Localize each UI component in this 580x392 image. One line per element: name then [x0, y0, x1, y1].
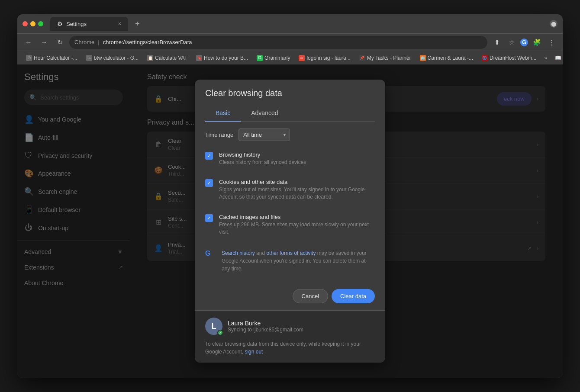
google-g-icon: G [205, 250, 216, 260]
account-info: Laura Burke Syncing to ljburke85@gmail.c… [228, 320, 375, 333]
address-scheme: Chrome [74, 39, 94, 45]
bookmark-favicon: ⏱ [26, 55, 32, 61]
cancel-button[interactable]: Cancel [293, 289, 328, 303]
google-and-text: and [256, 250, 266, 256]
time-range-row: Time range All time Last hour Last 24 ho… [205, 129, 375, 141]
account-note-part2: . [264, 349, 266, 355]
bookmark-label: Hour Calculator -... [34, 55, 77, 61]
address-bar[interactable]: Chrome | chrome://settings/clearBrowserD… [69, 36, 487, 49]
account-note: To clear browsing data from this device … [205, 340, 375, 356]
bookmark-favicon: 🔖 [196, 55, 202, 61]
bookmark-favicon: 📌 [359, 55, 365, 61]
settings-tab-label: Settings [66, 21, 87, 27]
other-activity-link[interactable]: other forms of activity [266, 250, 316, 256]
browsing-history-title: Browsing history [219, 151, 375, 158]
clear-data-button[interactable]: Clear data [332, 289, 375, 303]
cached-images-sub: Frees up 296 MB. Some sites may load mor… [219, 221, 375, 236]
bookmark-how-to[interactable]: 🔖 How to do your B... [193, 54, 251, 62]
bookmark-hour-calc[interactable]: ⏱ Hour Calculator -... [23, 54, 81, 62]
bookmark-dreamhost[interactable]: 🌐 DreamHost Webm... [478, 54, 540, 62]
search-history-link[interactable]: Search history [222, 250, 255, 256]
browsing-history-content: Browsing history Clears history from all… [219, 151, 375, 166]
google-activity-text: Search history and other forms of activi… [222, 249, 375, 273]
traffic-lights [23, 21, 43, 26]
bookmark-button[interactable]: ☆ [506, 36, 518, 48]
google-activity-row: G Search history and other forms of acti… [205, 245, 375, 277]
tab-advanced[interactable]: Advanced [241, 105, 288, 122]
cookies-content: Cookies and other site data Signs you ou… [219, 179, 375, 201]
bookmark-logo-sig[interactable]: ✉ logo in sig - laura... [295, 54, 354, 62]
bookmark-favicon: G [86, 55, 92, 61]
account-note-part1: To clear browsing data from this device … [205, 341, 361, 355]
bookmark-label: btw calculator - G... [94, 55, 139, 61]
bookmark-grammarly[interactable]: G Grammarly [253, 54, 293, 62]
bookmark-favicon: 🏢 [420, 55, 426, 61]
google-account-icon[interactable]: G [520, 39, 528, 46]
forward-button[interactable]: → [38, 36, 50, 48]
bookmark-calculate-vat[interactable]: 📋 Calculate VAT [144, 54, 191, 62]
minimize-traffic-light[interactable] [30, 21, 35, 26]
reading-list-icon: 📖 [555, 55, 561, 61]
bookmark-label: How to do your B... [204, 55, 248, 61]
cached-images-checkbox-row: ✓ Cached images and files Frees up 296 M… [205, 210, 375, 239]
dialog-title: Clear browsing data [205, 88, 375, 98]
nav-icons: ⬆ ☆ G 🧩 ⋮ [491, 36, 557, 48]
tab-basic[interactable]: Basic [205, 105, 241, 122]
browser-window: ⚙ Settings × + ⬤ ← → ↻ Chrome | chrome:/… [17, 14, 563, 378]
time-range-select[interactable]: All time Last hour Last 24 hours Last 7 … [238, 129, 290, 141]
bookmark-label: Carmen & Laura -... [428, 55, 473, 61]
settings-tab-icon: ⚙ [57, 20, 63, 27]
cookies-checkbox-row: ✓ Cookies and other site data Signs you … [205, 175, 375, 204]
browsing-history-checkbox[interactable]: ✓ [205, 152, 213, 160]
bookmark-btw-calc[interactable]: G btw calculator - G... [83, 54, 142, 62]
account-row: L ✓ Laura Burke Syncing to ljburke85@gma… [205, 318, 375, 335]
avatar-initials: L [212, 322, 216, 331]
cached-images-content: Cached images and files Frees up 296 MB.… [219, 214, 375, 236]
maximize-traffic-light[interactable] [38, 21, 43, 26]
bookmarks-bar: ⏱ Hour Calculator -... G btw calculator … [17, 51, 563, 64]
extension-icon: ⬤ [550, 20, 557, 28]
avatar-sync-badge: ✓ [217, 330, 223, 336]
address-separator: | [98, 39, 99, 45]
cached-images-checkbox[interactable]: ✓ [205, 214, 213, 222]
bookmark-favicon: 🌐 [482, 55, 488, 61]
settings-tab[interactable]: ⚙ Settings × [50, 17, 128, 31]
bookmark-label: DreamHost Webm... [490, 55, 536, 61]
time-range-select-wrapper[interactable]: All time Last hour Last 24 hours Last 7 … [238, 129, 290, 141]
bookmark-favicon: 📋 [147, 55, 153, 61]
bookmark-label: Calculate VAT [155, 55, 187, 61]
time-range-label: Time range [205, 132, 233, 138]
reading-list-button[interactable]: 📖 Reading List [551, 51, 563, 64]
cookies-title: Cookies and other site data [219, 179, 375, 185]
share-button[interactable]: ⬆ [491, 36, 503, 48]
bookmarks-overflow[interactable]: » [541, 54, 550, 62]
tab-extras: ⬤ [550, 20, 557, 28]
close-traffic-light[interactable] [23, 21, 28, 26]
cookies-sub: Signs you out of most sites. You'll stay… [219, 186, 375, 201]
dialog-footer: Cancel Clear data [195, 284, 385, 310]
account-name: Laura Burke [228, 320, 375, 327]
bookmark-label: Grammarly [264, 55, 290, 61]
cookies-checkbox[interactable]: ✓ [205, 179, 213, 187]
avatar: L ✓ [205, 318, 222, 335]
browsing-history-checkbox-row: ✓ Browsing history Clears history from a… [205, 148, 375, 170]
account-panel: L ✓ Laura Burke Syncing to ljburke85@gma… [195, 310, 385, 363]
chrome-menu-button[interactable]: ⋮ [545, 36, 557, 48]
extensions-button[interactable]: 🧩 [531, 36, 543, 48]
bookmark-favicon: G [257, 55, 263, 61]
new-tab-button[interactable]: + [132, 18, 143, 30]
dialog-header: Clear browsing data Basic Advanced [195, 80, 385, 122]
bookmark-label: My Tasks - Planner [367, 55, 411, 61]
bookmark-carmen[interactable]: 🏢 Carmen & Laura -... [416, 54, 477, 62]
bookmark-favicon: ✉ [299, 55, 305, 61]
settings-tab-close[interactable]: × [118, 21, 121, 27]
back-button[interactable]: ← [23, 36, 35, 48]
modal-overlay[interactable]: Clear browsing data Basic Advanced Time … [17, 64, 563, 378]
dialog-tabs: Basic Advanced [205, 105, 375, 122]
reload-button[interactable]: ↻ [54, 36, 66, 48]
bookmark-label: logo in sig - laura... [306, 55, 350, 61]
cached-images-title: Cached images and files [219, 214, 375, 220]
sign-out-link[interactable]: sign out [245, 349, 263, 355]
bookmark-my-tasks[interactable]: 📌 My Tasks - Planner [356, 54, 415, 62]
clear-browsing-dialog: Clear browsing data Basic Advanced Time … [195, 80, 385, 363]
